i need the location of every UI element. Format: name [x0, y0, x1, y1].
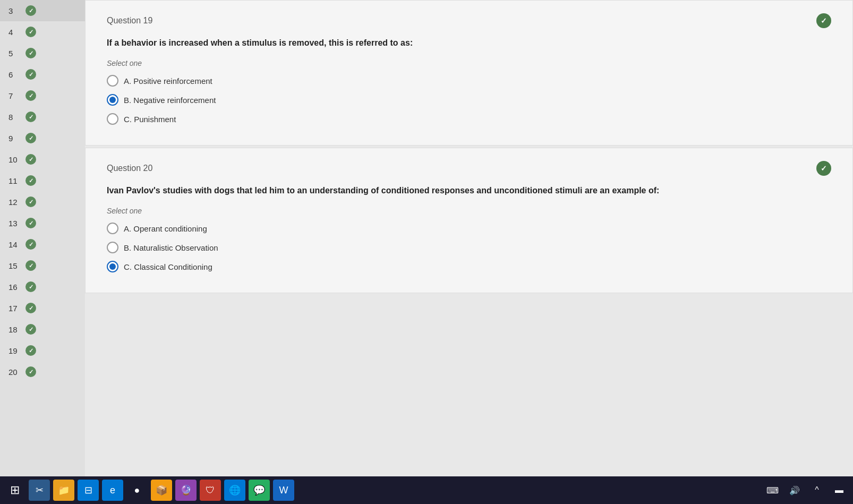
taskbar-explorer-icon[interactable]: 📁: [53, 480, 74, 501]
radio-button[interactable]: [107, 223, 118, 234]
sidebar-check-icon: [25, 112, 36, 122]
sidebar-item-20[interactable]: 20: [0, 361, 85, 382]
sidebar-question-number: 5: [8, 49, 21, 58]
sidebar-item-10[interactable]: 10: [0, 149, 85, 170]
select-one-label: Select one: [107, 207, 831, 215]
sidebar-item-7[interactable]: 7: [0, 85, 85, 106]
sidebar-item-14[interactable]: 14: [0, 234, 85, 255]
radio-button[interactable]: [107, 242, 118, 253]
sidebar-check-icon: [25, 239, 36, 250]
option-B[interactable]: B. Naturalistic Observation: [107, 242, 831, 253]
sidebar-check-icon: [25, 366, 36, 377]
question-text: Ivan Pavlov's studies with dogs that led…: [107, 184, 831, 197]
question-card-q19: Question 19If a behavior is increased wh…: [85, 0, 853, 146]
taskbar-keyboard-icon[interactable]: ⌨: [763, 481, 782, 500]
quiz-area: Question 19If a behavior is increased wh…: [85, 0, 853, 476]
sidebar-check-icon: [25, 281, 36, 292]
sidebar-check-icon: [25, 69, 36, 80]
option-A[interactable]: A. Positive reinforcement: [107, 75, 831, 87]
option-text: B. Negative reinforcement: [124, 96, 216, 105]
option-text: B. Naturalistic Observation: [124, 243, 218, 252]
taskbar-chat-icon[interactable]: 💬: [249, 480, 270, 501]
radio-button[interactable]: [107, 261, 118, 272]
sidebar-question-number: 11: [8, 176, 21, 185]
sidebar-question-number: 18: [8, 325, 21, 334]
taskbar-chrome-icon[interactable]: ●: [126, 480, 148, 501]
sidebar-check-icon: [25, 90, 36, 101]
sidebar-item-15[interactable]: 15: [0, 255, 85, 276]
taskbar-right: ⌨ 🔊 ^ ▬: [763, 481, 849, 500]
sidebar-check-icon: [25, 260, 36, 271]
taskbar: ⊞✂📁⊟e●📦🔮🛡🌐💬W ⌨ 🔊 ^ ▬: [0, 476, 853, 504]
sidebar-item-11[interactable]: 11: [0, 170, 85, 191]
main-content: 34567891011121314151617181920 Question 1…: [0, 0, 853, 476]
sidebar-question-number: 19: [8, 346, 21, 355]
question-sidebar: 34567891011121314151617181920: [0, 0, 85, 476]
sidebar-item-12[interactable]: 12: [0, 191, 85, 212]
sidebar-check-icon: [25, 303, 36, 313]
taskbar-chevron-icon[interactable]: ^: [807, 481, 826, 500]
sidebar-item-8[interactable]: 8: [0, 106, 85, 127]
sidebar-check-icon: [25, 197, 36, 207]
taskbar-start-button[interactable]: ⊞: [4, 480, 25, 501]
radio-selected-dot: [109, 263, 116, 270]
option-C[interactable]: C. Classical Conditioning: [107, 261, 831, 272]
question-card-q20: Question 20Ivan Pavlov's studies with do…: [85, 148, 853, 293]
completed-check-icon: [816, 161, 831, 176]
sidebar-item-3[interactable]: 3: [0, 0, 85, 21]
sidebar-item-13[interactable]: 13: [0, 212, 85, 234]
taskbar-app1-icon[interactable]: 📦: [151, 480, 172, 501]
taskbar-store-icon[interactable]: ⊟: [78, 480, 99, 501]
option-A[interactable]: A. Operant conditioning: [107, 223, 831, 234]
sidebar-check-icon: [25, 345, 36, 356]
sidebar-question-number: 4: [8, 28, 21, 37]
sidebar-question-number: 15: [8, 261, 21, 270]
sidebar-item-16[interactable]: 16: [0, 276, 85, 297]
taskbar-volume-icon[interactable]: 🔊: [785, 481, 804, 500]
sidebar-question-number: 13: [8, 219, 21, 228]
sidebar-check-icon: [25, 175, 36, 186]
sidebar-item-17[interactable]: 17: [0, 297, 85, 319]
sidebar-check-icon: [25, 218, 36, 228]
sidebar-item-9[interactable]: 9: [0, 127, 85, 149]
radio-button[interactable]: [107, 75, 118, 87]
sidebar-check-icon: [25, 133, 36, 143]
sidebar-question-number: 8: [8, 113, 21, 122]
sidebar-check-icon: [25, 48, 36, 58]
taskbar-browser2-icon[interactable]: 🌐: [224, 480, 245, 501]
sidebar-item-6[interactable]: 6: [0, 64, 85, 85]
sidebar-question-number: 10: [8, 155, 21, 164]
taskbar-display-icon[interactable]: ▬: [830, 481, 849, 500]
sidebar-check-icon: [25, 5, 36, 16]
radio-selected-dot: [109, 97, 116, 103]
sidebar-check-icon: [25, 324, 36, 335]
sidebar-item-19[interactable]: 19: [0, 340, 85, 361]
sidebar-question-number: 9: [8, 134, 21, 143]
sidebar-item-18[interactable]: 18: [0, 319, 85, 340]
option-B[interactable]: B. Negative reinforcement: [107, 94, 831, 106]
option-text: A. Positive reinforcement: [124, 76, 212, 86]
sidebar-question-number: 16: [8, 283, 21, 292]
sidebar-item-4[interactable]: 4: [0, 21, 85, 42]
completed-check-icon: [816, 13, 831, 28]
option-text: C. Classical Conditioning: [124, 262, 212, 271]
sidebar-item-5[interactable]: 5: [0, 42, 85, 64]
question-text: If a behavior is increased when a stimul…: [107, 37, 831, 49]
question-label: Question 19: [107, 16, 152, 25]
option-C[interactable]: C. Punishment: [107, 113, 831, 125]
taskbar-app3-icon[interactable]: 🛡: [200, 480, 221, 501]
sidebar-question-number: 3: [8, 6, 21, 15]
radio-button[interactable]: [107, 94, 118, 106]
option-text: C. Punishment: [124, 115, 176, 124]
option-text: A. Operant conditioning: [124, 224, 207, 233]
sidebar-question-number: 12: [8, 198, 21, 207]
taskbar-snip-icon[interactable]: ✂: [29, 480, 50, 501]
question-header: Question 19: [107, 13, 831, 28]
taskbar-word-icon[interactable]: W: [273, 480, 294, 501]
select-one-label: Select one: [107, 59, 831, 67]
radio-button[interactable]: [107, 113, 118, 125]
taskbar-app2-icon[interactable]: 🔮: [175, 480, 197, 501]
taskbar-edge-icon[interactable]: e: [102, 480, 123, 501]
sidebar-check-icon: [25, 154, 36, 165]
sidebar-question-number: 6: [8, 70, 21, 79]
